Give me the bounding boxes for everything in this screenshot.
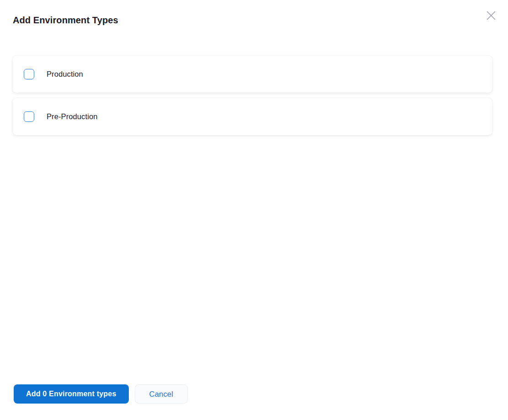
environment-type-list: Production Pre-Production xyxy=(13,56,492,135)
add-environment-types-dialog: Add Environment Types Production Pre-Pro… xyxy=(0,0,508,420)
dialog-title: Add Environment Types xyxy=(13,15,118,26)
x-close-icon xyxy=(485,10,497,21)
add-environment-types-button[interactable]: Add 0 Environment types xyxy=(14,384,129,404)
env-row-label: Pre-Production xyxy=(47,112,97,121)
close-button[interactable] xyxy=(484,8,498,23)
env-row-label: Production xyxy=(47,70,83,79)
cancel-button[interactable]: Cancel xyxy=(135,384,188,404)
production-checkbox[interactable] xyxy=(24,69,34,79)
dialog-footer: Add 0 Environment types Cancel xyxy=(14,384,188,404)
env-row-pre-production[interactable]: Pre-Production xyxy=(13,98,492,135)
pre-production-checkbox[interactable] xyxy=(24,111,34,122)
env-row-production[interactable]: Production xyxy=(13,56,492,93)
